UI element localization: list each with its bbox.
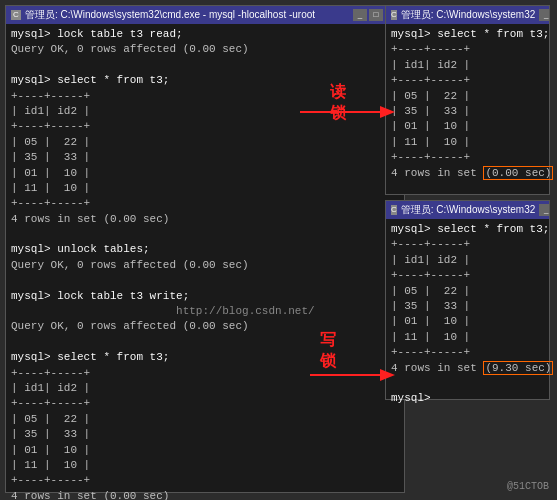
right-top-title-bar: C 管理员: C:\Windows\system32 _ □ ×: [386, 6, 549, 24]
right-bottom-window-title: 管理员: C:\Windows\system32: [401, 203, 535, 217]
right-top-terminal-content: mysql> select * from t3; +----+-----+ | …: [386, 24, 549, 184]
maximize-button[interactable]: □: [369, 9, 383, 21]
cmd-icon-right-bottom: C: [391, 205, 397, 215]
main-terminal-content: mysql> lock table t3 read; Query OK, 0 r…: [6, 24, 404, 500]
bottom-watermark: @51CTOB: [507, 481, 549, 492]
minimize-button[interactable]: _: [353, 9, 367, 21]
main-window-title: 管理员: C:\Windows\system32\cmd.exe - mysql…: [25, 8, 315, 22]
cmd-icon-right-top: C: [391, 10, 397, 20]
minimize-button-rt[interactable]: _: [539, 9, 549, 21]
right-bottom-title-bar: C 管理员: C:\Windows\system32 _ □ ×: [386, 201, 549, 219]
main-terminal-window: C 管理员: C:\Windows\system32\cmd.exe - mys…: [5, 5, 405, 493]
cmd-icon: C: [11, 10, 21, 20]
main-title-bar: C 管理员: C:\Windows\system32\cmd.exe - mys…: [6, 6, 404, 24]
right-bottom-terminal-content: mysql> select * from t3; +----+-----+ | …: [386, 219, 549, 410]
right-top-terminal-window: C 管理员: C:\Windows\system32 _ □ × mysql> …: [385, 5, 550, 195]
right-top-window-title: 管理员: C:\Windows\system32: [401, 8, 535, 22]
minimize-button-rb[interactable]: _: [539, 204, 549, 216]
right-bottom-terminal-window: C 管理员: C:\Windows\system32 _ □ × mysql> …: [385, 200, 550, 400]
